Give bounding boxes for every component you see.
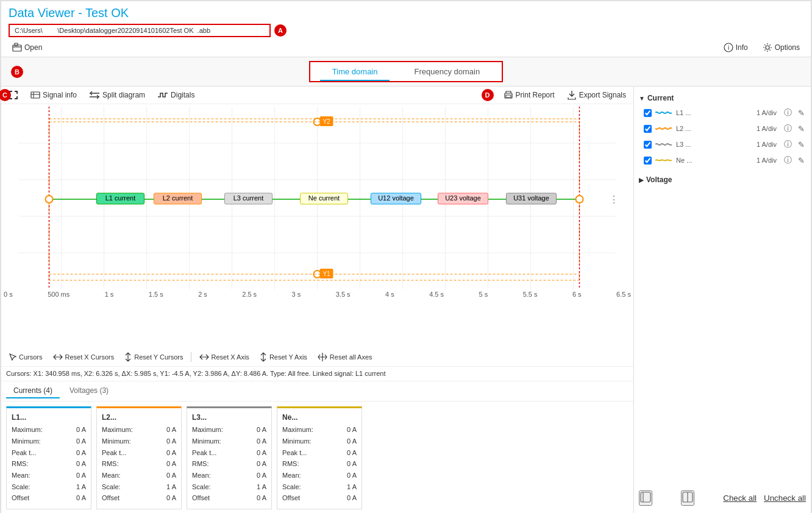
svg-text:U31 voltage: U31 voltage [513, 194, 549, 202]
options-button[interactable]: Options [759, 41, 803, 54]
svg-text:L1 current: L1 current [105, 194, 136, 202]
tabs-wrapper: Time domain Frequency domain [309, 61, 503, 82]
card-title-l3: L3... [192, 413, 266, 422]
x-axis-labels: 0 s 500 ms 1 s 1.5 s 2 s 2.5 s 3 s 3.5 s… [1, 289, 633, 299]
gear-icon [763, 43, 772, 52]
check-links: Check all Uncheck all [723, 494, 806, 503]
panel-collapse-button[interactable] [681, 490, 694, 506]
signal-info-btn-ne[interactable]: ⓘ [783, 155, 793, 166]
signal-edit-btn-l2[interactable]: ✎ [797, 124, 806, 133]
panel-expand-button[interactable] [639, 490, 652, 506]
app-title-static: Data Viewer - [9, 6, 85, 19]
card-title-l2: L2... [102, 413, 176, 422]
chart-toolbar-left: Signal info Split diagram Digitals [6, 89, 197, 101]
reset-all-axes-button[interactable]: Reset all Axes [315, 350, 375, 364]
signal-tabs: Currents (4) Voltages (3) [1, 381, 633, 402]
svg-point-51 [576, 196, 583, 203]
collapse-panel-icon [682, 492, 693, 503]
signal-edit-btn-l3[interactable]: ✎ [797, 140, 806, 149]
svg-text:L2 current: L2 current [163, 194, 193, 202]
file-path-input[interactable] [9, 24, 271, 37]
svg-rect-11 [506, 95, 511, 97]
badge-d: D [482, 89, 494, 101]
current-section-title[interactable]: ▼ Current [639, 91, 806, 105]
right-panel: ▼ Current L1 ... 1 A/div ⓘ ✎ [634, 87, 811, 513]
tab-frequency-domain[interactable]: Frequency domain [402, 65, 492, 79]
chart-toolbar: C Signal info Split diagram [1, 87, 633, 104]
signal-cards: L1... Maximum:0 A Minimum:0 A Peak t...0… [1, 402, 633, 513]
toolbar-right: i Info Options [720, 41, 803, 54]
signal-info-btn-l2[interactable]: ⓘ [783, 123, 793, 134]
signal-row-ne: Ne ... 1 A/div ⓘ ✎ [639, 152, 806, 168]
voltage-section-title[interactable]: ▶ Voltage [639, 173, 806, 186]
main-content: C Signal info Split diagram [1, 87, 811, 513]
print-icon [504, 90, 513, 100]
options-label: Options [775, 43, 800, 52]
signal-edit-btn-ne[interactable]: ✎ [797, 156, 806, 165]
cursor-controls: Cursors Reset X Cursors Reset Y Cursors … [1, 348, 633, 367]
signal-name-l3: L3 ... [676, 141, 753, 148]
badge-b: B [11, 66, 23, 78]
reset-x-cursors-button[interactable]: Reset X Cursors [50, 352, 117, 363]
tab-currents[interactable]: Currents (4) [6, 384, 60, 398]
reset-y-cursors-icon [124, 352, 132, 363]
svg-text:Ne current: Ne current [308, 194, 340, 202]
uncheck-all-button[interactable]: Uncheck all [764, 494, 806, 503]
signal-info-btn-l1[interactable]: ⓘ [783, 107, 793, 118]
app-title: Data Viewer - Test OK [9, 6, 803, 20]
check-all-button[interactable]: Check all [723, 494, 757, 503]
tab-time-domain[interactable]: Time domain [320, 65, 390, 79]
reset-y-axis-icon [259, 352, 268, 363]
open-button[interactable]: Open [9, 41, 46, 54]
signal-wave-l1 [655, 109, 672, 116]
svg-rect-1 [15, 43, 18, 46]
card-title-ne: Ne... [282, 413, 357, 422]
reset-y-axis-button[interactable]: Reset Y Axis [257, 350, 310, 364]
export-icon [567, 90, 577, 100]
chart-toolbar-right: D Print Report Export Signals [482, 89, 629, 101]
card-title-l1: L1... [12, 413, 86, 422]
info-button[interactable]: i Info [720, 41, 752, 54]
signal-edit-btn-l1[interactable]: ✎ [797, 108, 806, 118]
svg-text:⋮: ⋮ [609, 194, 619, 205]
signal-checkbox-l2[interactable] [644, 125, 652, 133]
signal-checkbox-l3[interactable] [644, 141, 652, 149]
signal-wave-l2 [655, 125, 672, 132]
signal-scale-l1: 1 A/div [757, 109, 777, 116]
info-icon: i [724, 43, 733, 52]
reset-all-axes-icon [317, 352, 328, 363]
digitals-button[interactable]: Digitals [155, 89, 197, 101]
signal-row-l2: L2 ... 1 A/div ⓘ ✎ [639, 121, 806, 136]
svg-point-47 [46, 196, 53, 203]
signal-card-l3: L3... Maximum:0 A Minimum:0 A Peak t...0… [187, 406, 272, 509]
reset-x-cursors-icon [52, 353, 63, 361]
chart-section: C Signal info Split diagram [1, 87, 634, 513]
signal-checkbox-l1[interactable] [644, 109, 652, 117]
print-report-button[interactable]: Print Report [501, 89, 557, 101]
digitals-label: Digitals [171, 91, 194, 99]
current-collapse-arrow: ▼ [639, 95, 645, 102]
badge-a: A [274, 24, 287, 37]
reset-y-cursors-button[interactable]: Reset Y Cursors [121, 350, 185, 364]
panel-footer: Check all Uncheck all [639, 487, 806, 509]
export-signals-button[interactable]: Export Signals [564, 89, 629, 101]
svg-rect-63 [641, 492, 650, 502]
svg-text:U23 voltage: U23 voltage [445, 194, 481, 202]
cursor-icon [9, 353, 17, 361]
open-label: Open [24, 43, 42, 52]
reset-x-axis-icon [199, 353, 210, 361]
signal-checkbox-ne[interactable] [644, 157, 652, 165]
svg-point-4 [766, 46, 769, 49]
split-diagram-button[interactable]: Split diagram [87, 89, 148, 101]
reset-x-axis-button[interactable]: Reset X Axis [196, 352, 252, 363]
voltage-section: ▶ Voltage [639, 173, 806, 186]
cursors-button[interactable]: Cursors [6, 352, 45, 363]
digitals-icon [157, 90, 168, 100]
info-label: Info [736, 43, 748, 52]
signal-info-label: Signal info [43, 91, 77, 99]
signal-info-btn-l3[interactable]: ⓘ [783, 139, 793, 150]
tab-voltages[interactable]: Voltages (3) [62, 384, 116, 398]
signal-name-l1: L1 ... [676, 109, 753, 116]
signal-scale-l2: 1 A/div [757, 125, 777, 132]
signal-info-button[interactable]: Signal info [28, 89, 79, 101]
